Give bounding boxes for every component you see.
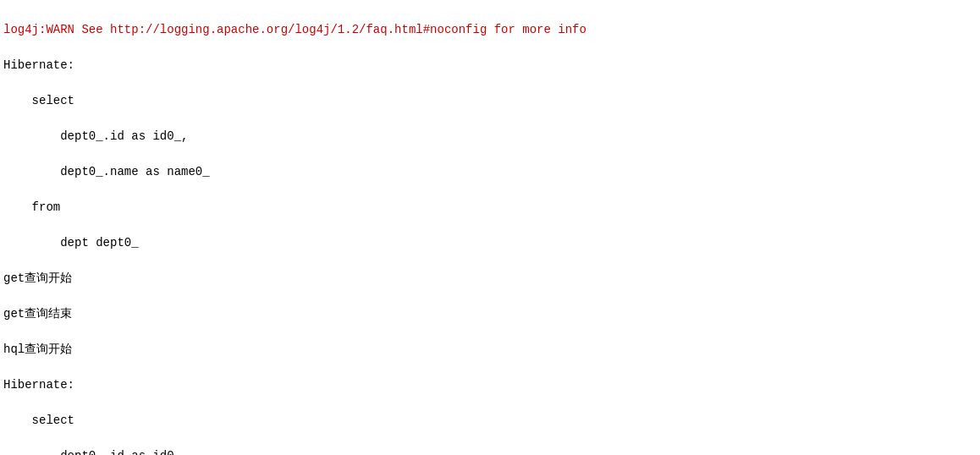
console-line-dept-from-1: dept dept0_ <box>0 234 980 252</box>
console-output: log4j:WARN See http://logging.apache.org… <box>0 0 980 455</box>
console-line-warn-line: log4j:WARN See http://logging.apache.org… <box>0 21 980 39</box>
console-line-from-1: from <box>0 199 980 217</box>
console-line-select-2: select <box>0 412 980 430</box>
console-line-dept-name-1: dept0_.name as name0_ <box>0 163 980 181</box>
console-line-get-end: get查询结束 <box>0 305 980 323</box>
console-line-dept-id-2: dept0_.id as id0_, <box>0 447 980 455</box>
console-line-select-1: select <box>0 92 980 110</box>
console-line-hibernate-1: Hibernate: <box>0 57 980 74</box>
console-line-hql-start: hql查询开始 <box>0 341 980 359</box>
console-line-hibernate-2: Hibernate: <box>0 376 980 394</box>
console-line-dept-id-1: dept0_.id as id0_, <box>0 128 980 145</box>
console-line-get-start: get查询开始 <box>0 270 980 288</box>
